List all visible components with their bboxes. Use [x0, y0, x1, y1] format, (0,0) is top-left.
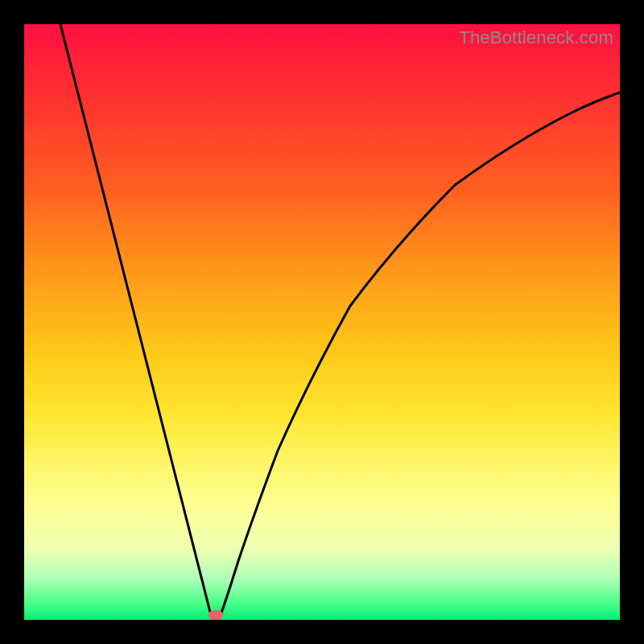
plot-area: TheBottleneck.com: [24, 24, 620, 620]
optimal-marker: [208, 610, 223, 620]
curve-right-branch: [221, 93, 620, 615]
chart-container: TheBottleneck.com: [0, 0, 644, 644]
curve-left-branch: [60, 24, 211, 615]
bottleneck-curve: [24, 24, 620, 620]
